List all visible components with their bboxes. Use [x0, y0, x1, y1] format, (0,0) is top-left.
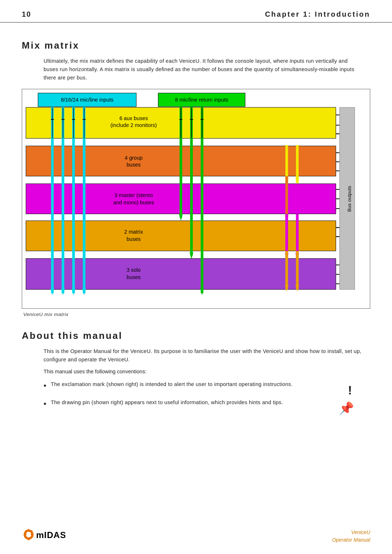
svg-text:3 master (stereo: 3 master (stereo — [114, 192, 153, 198]
svg-text:2 matrix: 2 matrix — [124, 229, 143, 234]
chapter-title: Chapter 1: Introduction — [265, 10, 370, 19]
pin-icon: 📌 — [339, 398, 354, 418]
diagram-svg: 8/16/24 mic/line inputs 8 mic/line retur… — [22, 89, 370, 308]
svg-rect-102 — [31, 533, 33, 535]
svg-text:8 mic/line return inputs: 8 mic/line return inputs — [175, 97, 228, 103]
about-manual-body1: This is the Operator Manual for the Veni… — [44, 347, 363, 364]
footer-product-text: VeniceU Operator Manual — [332, 529, 370, 544]
conventions-intro: This manual uses the following conventio… — [44, 368, 363, 376]
bullet-text-2: The drawing pin (shown right) appears ne… — [51, 398, 341, 407]
footer-manual-type: Operator Manual — [332, 536, 370, 544]
svg-text:Bus outputs: Bus outputs — [347, 186, 352, 212]
svg-text:4 group: 4 group — [124, 155, 142, 160]
main-content: Mix matrix Ultimately, the mix matrix de… — [0, 26, 392, 410]
bullet-text-1: The exclamation mark (shown right) is in… — [51, 380, 341, 389]
svg-text:and mono) buses: and mono) buses — [113, 199, 154, 205]
mix-matrix-diagram: 8/16/24 mic/line inputs 8 mic/line retur… — [22, 89, 370, 309]
svg-text:8/16/24 mic/line inputs: 8/16/24 mic/line inputs — [61, 97, 114, 103]
midas-logo-svg: mIDAS — [22, 526, 65, 544]
diagram-caption: VeniceU mix matrix — [23, 312, 370, 317]
about-manual-heading: About this manual — [22, 330, 370, 341]
footer-logo: mIDAS — [22, 526, 65, 544]
bullet-item-2: • The drawing pin (shown right) appears … — [44, 398, 341, 410]
svg-text:(include 2 monitors): (include 2 monitors) — [110, 122, 157, 128]
svg-text:buses: buses — [127, 162, 141, 168]
svg-text:6 aux buses: 6 aux buses — [119, 115, 148, 121]
svg-rect-101 — [25, 533, 26, 535]
svg-text:3 solo: 3 solo — [127, 267, 141, 273]
mix-matrix-heading: Mix matrix — [22, 40, 370, 51]
exclamation-icon: ! — [348, 380, 352, 400]
bullet-item-1: • The exclamation mark (shown right) is … — [44, 380, 341, 392]
svg-text:mIDAS: mIDAS — [36, 530, 65, 540]
mix-matrix-body: Ultimately, the mix matrix defines the c… — [44, 57, 363, 82]
svg-rect-99 — [28, 529, 29, 531]
svg-text:buses: buses — [127, 274, 141, 280]
bullet-dot-2: • — [44, 397, 46, 410]
svg-rect-100 — [28, 538, 29, 540]
svg-text:buses: buses — [127, 236, 141, 242]
page-footer: mIDAS VeniceU Operator Manual — [0, 526, 392, 544]
page-number: 10 — [22, 10, 31, 19]
bullet-dot-1: • — [44, 379, 46, 392]
footer-product: VeniceU — [332, 529, 370, 536]
page-header: 10 Chapter 1: Introduction — [0, 0, 392, 22]
